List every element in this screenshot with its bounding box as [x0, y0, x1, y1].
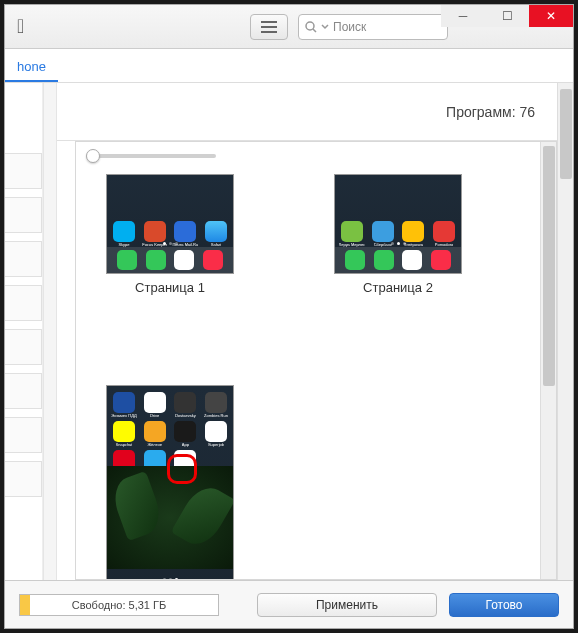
tab-device[interactable]: hone [5, 53, 58, 82]
left-scrollbar[interactable] [43, 83, 57, 580]
sidebar-item[interactable] [5, 153, 42, 189]
apps-count-value: 76 [519, 104, 535, 120]
svg-rect-0 [261, 21, 277, 23]
scrollbar-thumb[interactable] [560, 89, 572, 179]
dock-phone-icon [345, 250, 365, 270]
phone-preview-1: Skype Focus Keeper Почта Mail.Ru Safari [106, 174, 234, 274]
sidebar-item[interactable] [5, 329, 42, 365]
app-icon [174, 392, 196, 413]
apps-count-bar: Программ: 76 [57, 83, 557, 141]
page-dots [107, 242, 233, 245]
page-card-2[interactable]: Леруа Мерлен Сбербанк Пятёрочка Pomodoro [334, 174, 462, 295]
wallpaper [107, 466, 233, 569]
content-area: Программ: 76 Skype Focus Keepe [5, 83, 573, 580]
page-card-1[interactable]: Skype Focus Keeper Почта Mail.Ru Safari [106, 174, 234, 295]
chevron-down-icon [321, 23, 329, 31]
svg-point-3 [306, 22, 314, 30]
dock-chrome-icon [174, 250, 194, 270]
search-input[interactable]: Поиск [298, 14, 448, 40]
app-icon [372, 221, 394, 242]
window-controls: ─ ☐ ✕ [441, 5, 573, 27]
storage-text: Свободно: 5,31 ГБ [20, 599, 218, 611]
apple-logo-icon:  [17, 15, 24, 38]
app-icon [144, 392, 166, 413]
apply-button[interactable]: Применить [257, 593, 437, 617]
done-button[interactable]: Готово [449, 593, 559, 617]
sidebar-item[interactable] [5, 197, 42, 233]
dock-music-icon [203, 250, 223, 270]
svg-rect-1 [261, 26, 277, 28]
app-icon [174, 421, 196, 442]
app-icon [433, 221, 455, 242]
svg-rect-2 [261, 31, 277, 33]
tabbar: hone [5, 49, 573, 83]
close-button[interactable]: ✕ [529, 5, 573, 27]
dock [335, 247, 461, 273]
dock-messages-icon [374, 250, 394, 270]
pages-grid: Skype Focus Keeper Почта Mail.Ru Safari [76, 170, 556, 580]
app-grid: Экзамен ПДД Drive Dostaevsky Zombies Run… [111, 392, 229, 476]
page-label: Страница 1 [135, 280, 205, 295]
titlebar:  Поиск ─ ☐ ✕ [5, 5, 573, 49]
dock-phone-icon [117, 250, 137, 270]
app-icon [205, 392, 227, 413]
sidebar-item[interactable] [5, 373, 42, 409]
left-sidebar [5, 83, 43, 580]
zoom-row [76, 142, 556, 170]
dock-messages-icon [146, 250, 166, 270]
footer: Свободно: 5,31 ГБ Применить Готово [5, 580, 573, 628]
sidebar-item[interactable] [5, 285, 42, 321]
app-icon [205, 421, 227, 442]
maximize-button[interactable]: ☐ [485, 5, 529, 27]
phone-preview-3: Экзамен ПДД Drive Dostaevsky Zombies Run… [106, 385, 234, 580]
dock-music-icon [431, 250, 451, 270]
main-scrollbar[interactable] [557, 83, 573, 580]
page-card-3[interactable]: Экзамен ПДД Drive Dostaevsky Zombies Run… [106, 385, 234, 580]
app-icon [113, 421, 135, 442]
scrollbar-thumb[interactable] [543, 146, 555, 386]
app-icon [113, 392, 135, 413]
main-pane: Программ: 76 Skype Focus Keepe [57, 83, 557, 580]
sidebar-item[interactable] [5, 461, 42, 497]
app-icon [144, 421, 166, 442]
page-label: Страница 2 [363, 280, 433, 295]
app-window:  Поиск ─ ☐ ✕ hone [4, 4, 574, 629]
app-icon [205, 221, 227, 242]
search-placeholder: Поиск [333, 20, 366, 34]
page-dots [335, 242, 461, 245]
sidebar-item[interactable] [5, 417, 42, 453]
apps-count-label: Программ: [446, 104, 515, 120]
list-view-button[interactable] [250, 14, 288, 40]
app-icon [174, 221, 196, 242]
minimize-button[interactable]: ─ [441, 5, 485, 27]
app-icon [113, 221, 135, 242]
phone-preview-2: Леруа Мерлен Сбербанк Пятёрочка Pomodoro [334, 174, 462, 274]
list-icon [261, 21, 277, 33]
app-icon [402, 221, 424, 242]
storage-bar: Свободно: 5,31 ГБ [19, 594, 219, 616]
zoom-slider[interactable] [86, 154, 216, 158]
dock-chrome-icon [402, 250, 422, 270]
pages-container: Skype Focus Keeper Почта Mail.Ru Safari [75, 141, 557, 580]
sidebar-item[interactable] [5, 241, 42, 277]
svg-line-4 [313, 29, 316, 32]
pages-scrollbar[interactable] [540, 142, 556, 579]
search-icon [305, 21, 317, 33]
app-icon [144, 221, 166, 242]
app-icon [341, 221, 363, 242]
zoom-thumb[interactable] [86, 149, 100, 163]
dock [107, 247, 233, 273]
